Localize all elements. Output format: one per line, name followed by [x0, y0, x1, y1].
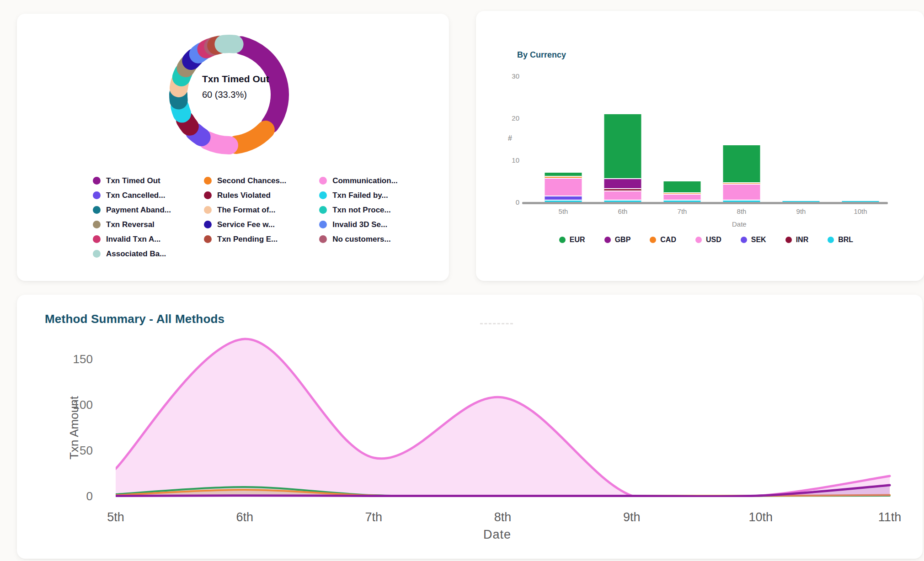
area-x-tick-9th: 9th [623, 510, 641, 524]
bar-legend-label: SEK [751, 236, 766, 244]
legend-dot-icon [604, 237, 611, 243]
donut-legend-item[interactable]: Second Chances... [204, 176, 286, 185]
bar-segment-usd-7th[interactable] [664, 195, 701, 201]
donut-legend-label: Associated Ba... [106, 249, 166, 259]
bar-x-tick-8th: 8th [737, 207, 747, 215]
donut-segment-associated-ba-[interactable] [224, 44, 234, 44]
bar-legend-item-sek[interactable]: SEK [741, 236, 766, 244]
bar-legend-item-brl[interactable]: BRL [828, 236, 853, 244]
legend-dot-icon [650, 237, 656, 243]
donut-legend-item[interactable]: Communication... [319, 176, 398, 185]
donut-legend-label: Txn Failed by... [332, 191, 388, 200]
donut-legend-label: Invalid 3D Se... [332, 220, 387, 229]
donut-legend-item[interactable]: Rules Violated [204, 191, 286, 200]
donut-legend-label: Txn Reversal [106, 220, 155, 229]
donut-legend-item[interactable]: Payment Aband... [93, 206, 171, 214]
bar-legend-item-cad[interactable]: CAD [650, 236, 676, 244]
legend-dot-icon [695, 237, 702, 243]
area-y-tick-0: 0 [86, 489, 93, 503]
donut-legend-item[interactable]: Invalid Txn A... [93, 235, 171, 243]
donut-legend-item[interactable]: Txn Reversal [93, 220, 171, 229]
bar-chart-legend: EURGBPCADUSDSEKINRBRL [527, 236, 886, 244]
legend-dot-icon [559, 237, 566, 243]
donut-center-label: Txn Timed Out 60 (33.3%) [202, 72, 282, 101]
bar-chart-baseline [522, 202, 888, 204]
bar-legend-item-eur[interactable]: EUR [559, 236, 585, 244]
legend-dot-icon [319, 221, 327, 228]
donut-segment-communication-[interactable] [208, 141, 229, 145]
donut-legend-item[interactable]: No customers... [319, 235, 398, 243]
donut-legend-item[interactable]: Txn Pending E... [204, 235, 286, 243]
donut-center-value: 60 (33.3%) [202, 88, 282, 101]
legend-dot-icon [93, 221, 101, 228]
donut-summary-card: Txn Timed Out 60 (33.3%) Txn Timed OutTx… [17, 14, 449, 281]
area-chart-plot[interactable] [116, 320, 893, 503]
legend-dot-icon [319, 177, 327, 185]
bar-segment-gbp-6th[interactable] [604, 179, 641, 189]
bar-chart-title: By Currency [517, 50, 566, 60]
donut-legend-label: Txn Timed Out [106, 176, 160, 185]
bar-segment-usd-6th[interactable] [604, 191, 641, 201]
donut-legend-label: Invalid Txn A... [106, 235, 160, 244]
bar-x-tick-10th: 10th [854, 207, 867, 215]
bar-x-tick-7th: 7th [678, 207, 687, 215]
bar-chart-plot[interactable] [527, 76, 886, 202]
legend-dot-icon [204, 191, 212, 199]
legend-dot-icon [93, 250, 101, 258]
bar-stack-8th[interactable] [723, 145, 760, 202]
bar-legend-label: GBP [615, 236, 631, 244]
donut-segment-second-chances-[interactable] [236, 130, 265, 145]
legend-dot-icon [785, 237, 792, 243]
legend-dot-icon [741, 237, 747, 243]
donut-legend-label: Payment Aband... [106, 206, 171, 215]
legend-dot-icon [204, 221, 212, 228]
bar-x-axis-label: Date [732, 220, 747, 228]
bar-segment-eur-7th[interactable] [664, 181, 701, 193]
donut-legend-item[interactable]: Associated Ba... [93, 249, 171, 258]
area-x-tick-10th: 10th [749, 510, 773, 524]
area-x-tick-11th: 11th [878, 510, 902, 524]
donut-legend-item[interactable]: Txn not Proce... [319, 206, 398, 214]
area-fill-primary-pink [116, 339, 890, 503]
bar-legend-label: EUR [570, 236, 585, 244]
legend-dot-icon [319, 206, 327, 214]
bar-legend-item-usd[interactable]: USD [695, 236, 721, 244]
bar-segment-eur-8th[interactable] [723, 145, 760, 183]
donut-legend-label: Service Fee w... [217, 220, 275, 229]
bar-segment-eur-6th[interactable] [604, 114, 641, 180]
bar-legend-label: USD [706, 236, 721, 244]
bar-y-axis-label: # [508, 134, 512, 143]
legend-dot-icon [204, 206, 212, 214]
bar-legend-item-gbp[interactable]: GBP [604, 236, 631, 244]
bar-legend-item-inr[interactable]: INR [785, 236, 809, 244]
bar-stack-5th[interactable] [545, 173, 582, 202]
bar-y-tick-20: 20 [512, 114, 519, 122]
donut-legend-item[interactable]: Service Fee w... [204, 220, 286, 229]
bar-stack-7th[interactable] [664, 181, 701, 202]
bar-segment-sek-5th[interactable] [545, 196, 582, 201]
donut-legend-item[interactable]: Txn Timed Out [93, 176, 171, 185]
donut-legend-item[interactable]: Invalid 3D Se... [319, 220, 398, 229]
bar-x-tick-5th: 5th [559, 207, 568, 215]
donut-legend-item[interactable]: The Format of... [204, 206, 286, 214]
bar-stack-6th[interactable] [604, 114, 641, 202]
bar-segment-usd-5th[interactable] [545, 179, 582, 197]
donut-legend-label: No customers... [332, 235, 391, 244]
area-y-tick-100: 100 [73, 398, 93, 412]
donut-center-title: Txn Timed Out [202, 72, 282, 86]
donut-legend-item[interactable]: Txn Cancelled... [93, 191, 171, 200]
donut-legend-label: Txn Pending E... [217, 235, 278, 244]
donut-legend-label: Txn not Proce... [332, 206, 391, 215]
legend-dot-icon [204, 235, 212, 243]
bar-segment-usd-8th[interactable] [723, 185, 760, 201]
bar-segment-eur-5th[interactable] [545, 173, 582, 177]
donut-legend-column-1: Txn Timed OutTxn Cancelled...Payment Aba… [93, 176, 171, 258]
donut-legend: Txn Timed OutTxn Cancelled...Payment Aba… [93, 176, 398, 258]
legend-dot-icon [319, 191, 327, 199]
legend-dot-icon [204, 177, 212, 185]
donut-legend-item[interactable]: Txn Failed by... [319, 191, 398, 200]
bar-y-tick-30: 30 [512, 72, 519, 80]
bar-x-tick-6th: 6th [618, 207, 628, 215]
donut-legend-label: Second Chances... [217, 176, 286, 185]
legend-dot-icon [93, 177, 101, 185]
